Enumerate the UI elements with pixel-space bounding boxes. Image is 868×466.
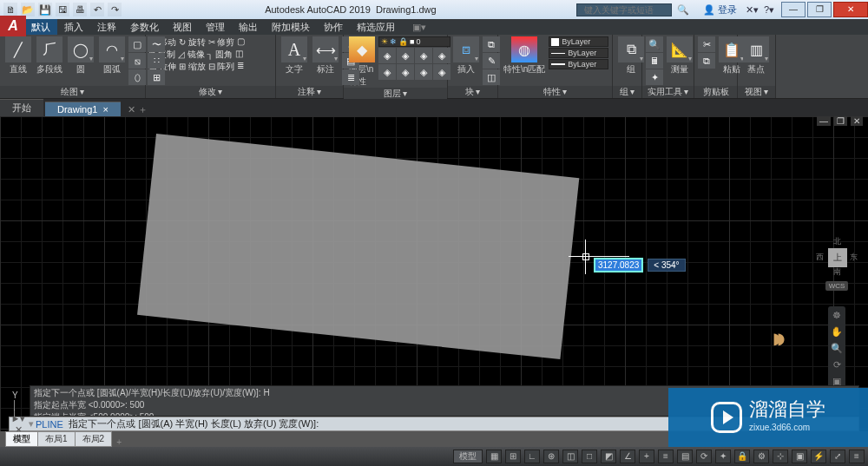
tool-arc[interactable]: ◠圆弧 [97,36,127,75]
block-edit-icon[interactable]: ✎ [483,53,500,69]
viewcube[interactable]: 北 南 东 西 上 [816,236,858,278]
layer-iso-icon[interactable]: ◈ [378,48,396,63]
status-snap-icon[interactable]: ⊞ [505,450,521,463]
exchange-icon[interactable]: ✕▾ [746,4,759,16]
status-ortho-icon[interactable]: ∟ [524,450,540,463]
layout-tab-model[interactable]: 模型 [5,431,38,447]
tool-group[interactable]: ⧉组 [616,36,646,75]
window-minimize-button[interactable]: — [781,2,806,17]
tool-mtext-icon[interactable]: ≣ [342,69,359,85]
layer-prev-icon[interactable]: ◈ [397,64,414,80]
tool-match-properties[interactable]: ◍特性\n匹配 [502,36,547,75]
qat-new-icon[interactable]: 🗎 [3,3,17,16]
status-hwaccel-icon[interactable]: ⚡ [811,450,826,463]
ribbon-tab-parametric[interactable]: 参数化 [123,19,166,35]
tool-array[interactable]: ⊟ 阵列 [208,61,235,73]
qat-saveas-icon[interactable]: 🖫 [56,3,69,16]
status-qp-icon[interactable]: ▣ [792,450,807,463]
tool-mirror[interactable]: ◿ 镜像 [178,49,205,61]
tool-ellipse-icon[interactable]: ⬯ [128,69,146,85]
util-point-icon[interactable]: ✦ [646,69,663,85]
window-close-button[interactable]: ✕ [833,2,868,17]
lineweight-dropdown[interactable]: ByLayer [549,59,608,69]
status-cycle-icon[interactable]: ⟳ [696,450,712,463]
qat-plot-icon[interactable]: 🖶 [73,3,87,16]
tool-region-icon[interactable]: ⊞ [148,69,165,85]
panel-draw-label[interactable]: 绘图 ▾ [0,86,145,98]
status-custom-icon[interactable]: ≡ [849,450,865,463]
doc-tab-start[interactable]: 开始 [0,99,43,116]
status-units-icon[interactable]: ⊹ [773,450,788,463]
tool-spline-icon[interactable]: 〜 [148,36,165,52]
status-grid-icon[interactable]: ▦ [486,450,502,463]
status-workspace-icon[interactable]: ⚙ [753,450,769,463]
panel-viewbase-label[interactable]: 视图 ▾ [738,86,775,98]
doc-tab-drawing1[interactable]: Drawing1 × [45,102,121,116]
tool-text[interactable]: A文字 [279,36,309,75]
layout-tab-layout2[interactable]: 布局2 [75,431,113,447]
search-icon[interactable]: 🔍 [677,4,689,16]
tool-dimension[interactable]: ⟷标注 [311,36,340,75]
nav-wheel-icon[interactable]: ☸ [832,310,841,321]
clip-cut-icon[interactable]: ✂ [698,36,715,52]
ribbon-tab-expand-icon[interactable]: ▣▾ [405,19,433,35]
tool-base[interactable]: ▥基点 [741,36,771,75]
util-calc-icon[interactable]: 🖩 [646,53,663,69]
tool-rect-icon[interactable]: ▢ [128,36,146,52]
tool-trim-dd-icon[interactable]: ▢ [237,36,245,49]
dyn-angle-field[interactable]: < 354° [648,259,685,272]
tool-fillet-dd-icon[interactable]: ◫ [235,49,243,61]
drawing-canvas[interactable]: — ❐ ✕ 3127.0823 < 354° Y││└── 北 南 东 西 上 … [0,116,868,431]
util-select-icon[interactable]: 🔍 [646,36,663,52]
dyn-distance-field[interactable]: 3127.0823 [595,259,642,272]
doc-window-max-icon[interactable]: ❐ [834,116,847,126]
tool-hatch-icon[interactable]: ⧅ [128,53,146,69]
layer-off-icon[interactable]: ◈ [397,48,414,63]
status-polar-icon[interactable]: ⊛ [543,450,559,463]
qat-undo-icon[interactable]: ↶ [90,3,104,16]
layer-state-icon[interactable]: ◈ [415,64,432,80]
window-maximize-button[interactable]: ❐ [807,2,832,17]
panel-properties-label[interactable]: 特性 ▾ [498,86,612,98]
nav-orbit-icon[interactable]: ⟳ [833,359,841,371]
layer-more-icon[interactable]: ◈ [433,64,450,80]
viewcube-south[interactable]: 南 [833,266,841,278]
viewcube-north[interactable]: 北 [833,236,841,247]
qat-open-icon[interactable]: 📂 [21,3,35,16]
qat-redo-icon[interactable]: ↷ [108,3,122,16]
layer-freeze-icon[interactable]: ◈ [415,48,432,63]
viewcube-top-face[interactable]: 上 [828,248,847,267]
tool-insert-block[interactable]: ⧈插入 [451,36,481,75]
linetype-dropdown[interactable]: ByLayer [549,48,608,58]
status-lwt-icon[interactable]: ≡ [658,450,674,463]
panel-utilities-label[interactable]: 实用工具 ▾ [642,86,694,98]
tool-rotate[interactable]: ↻ 旋转 [179,36,206,49]
tool-point-icon[interactable]: ∷ [148,53,165,69]
ribbon-tab-output[interactable]: 输出 [232,19,265,35]
tool-circle[interactable]: ◯圆 [66,36,95,75]
ribbon-tab-addins[interactable]: 附加模块 [265,19,317,35]
layout-tab-layout1[interactable]: 布局1 [37,431,76,447]
status-clean-icon[interactable]: ⤢ [830,450,845,463]
help-icon[interactable]: ?▾ [764,4,774,16]
panel-layers-label[interactable]: 图层 ▾ [344,88,447,100]
tool-array-dd-icon[interactable]: ≣ [237,61,244,73]
layer-match-icon[interactable]: ◈ [378,64,396,80]
status-3dosnap-icon[interactable]: ◩ [601,450,616,463]
ribbon-tab-insert[interactable]: 插入 [57,19,90,35]
status-annomon-icon[interactable]: ✦ [715,450,731,463]
tool-fillet[interactable]: ┐ 圆角 [207,49,233,61]
status-iso-icon[interactable]: ◫ [562,450,578,463]
status-dyn-icon[interactable]: + [639,450,654,463]
doc-window-close-icon[interactable]: ✕ [851,116,863,126]
doc-window-min-icon[interactable]: — [817,116,831,126]
panel-group-label[interactable]: 组 ▾ [613,86,641,98]
tool-scale[interactable]: ⊞ 缩放 [179,61,206,73]
ribbon-tab-view[interactable]: 视图 [166,19,199,35]
tool-line[interactable]: ╱直线 [3,36,33,75]
layer-lock-icon[interactable]: ◈ [433,48,450,63]
nav-zoom-icon[interactable]: 🔍 [831,343,843,354]
status-trans-icon[interactable]: ▤ [677,450,693,463]
color-dropdown[interactable]: ByLayer [549,36,608,47]
qat-save-icon[interactable]: 💾 [38,3,52,16]
